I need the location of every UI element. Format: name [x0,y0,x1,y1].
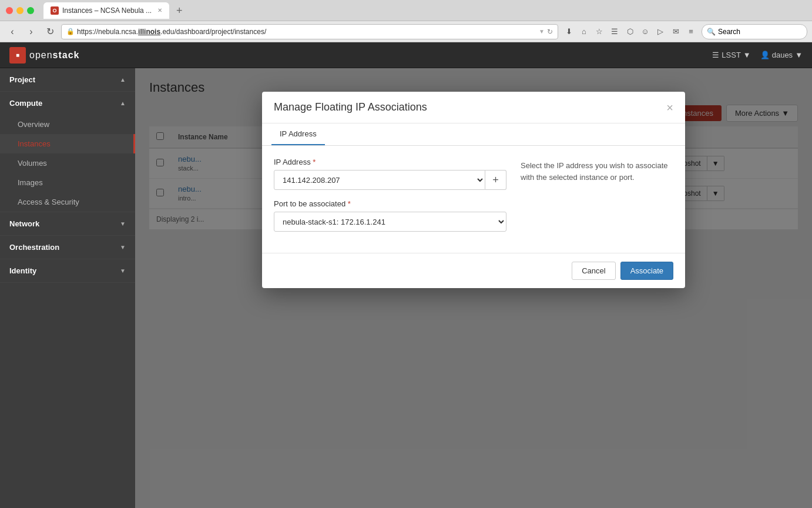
lock-icon: 🔒 [66,28,75,35]
sidebar-item-access-security[interactable]: Access & Security [0,192,135,212]
back-button[interactable]: ‹ [5,24,20,39]
url-dropdown-icon: ▼ [539,28,545,35]
home-icon[interactable]: ⌂ [577,25,591,39]
sidebar-compute-header[interactable]: Compute ▲ [0,92,135,115]
sidebar-orchestration-section: Orchestration ▼ [0,236,135,259]
browser-max-btn[interactable] [27,7,34,14]
emoji-icon[interactable]: ☺ [638,25,652,39]
logo-icon: ■ [9,47,26,63]
browser-nav-icons: ⬇ ⌂ ☆ ☰ ⬡ ☺ ▷ ✉ ≡ [562,25,698,39]
ip-address-add-button-group: + [485,170,506,190]
modal-footer: Cancel Associate [262,253,685,288]
sidebar-network-section: Network ▼ [0,212,135,236]
cancel-button[interactable]: Cancel [572,262,615,280]
share-icon[interactable]: ▷ [653,25,667,39]
sidebar-compute-section: Compute ▲ Overview Instances Volumes Ima… [0,92,135,212]
modal-body: IP Address * 141.142.208.207 + [262,146,685,253]
sidebar-item-volumes[interactable]: Volumes [0,153,135,173]
modal-backdrop: Manage Floating IP Associations × IP Add… [135,68,812,508]
modal-help-text: Select the IP address you wish to associ… [521,160,673,183]
browser-tab[interactable]: O Instances – NCSA Nebula ... ✕ [43,2,169,19]
ip-address-label: IP Address * [274,158,506,166]
tab-close-icon[interactable]: ✕ [157,7,162,14]
openstack-logo: ■ openstack [9,47,80,63]
refresh-button[interactable]: ↻ [42,24,58,39]
chevron-down-icon2: ▼ [120,244,126,250]
modal-form-left: IP Address * 141.142.208.207 + [274,158,506,241]
sidebar-project-section: Project ▲ [0,68,135,92]
browser-search-bar[interactable]: 🔍 Search [702,24,807,39]
url-refresh-icon: ↻ [547,28,553,36]
sidebar-network-header[interactable]: Network ▼ [0,212,135,235]
browser-chrome: O Instances – NCSA Nebula ... ✕ + ‹ › ↻ … [0,0,812,508]
sidebar-orchestration-header[interactable]: Orchestration ▼ [0,236,135,259]
browser-min-btn[interactable] [16,7,24,14]
modal-manage-floating-ip: Manage Floating IP Associations × IP Add… [262,92,685,288]
tab-favicon: O [51,6,59,15]
forward-button[interactable]: › [24,24,39,39]
port-group: Port to be associated * nebula-stack-s1:… [274,199,506,232]
chevron-down-icon: ▼ [120,220,126,227]
browser-navbar: ‹ › ↻ 🔒 https://nebula.ncsa.illinois.edu… [0,21,812,42]
chevron-up-icon2: ▲ [120,100,126,106]
port-select[interactable]: nebula-stack-s1: 172.16.1.241 [274,212,506,232]
modal-form: IP Address * 141.142.208.207 + [262,146,685,253]
port-label: Port to be associated * [274,199,506,208]
bookmark-icon[interactable]: ☆ [592,25,606,39]
associate-button[interactable]: Associate [620,262,673,280]
search-icon: 🔍 [707,28,716,36]
sidebar-item-overview[interactable]: Overview [0,115,135,134]
sidebar-project-header[interactable]: Project ▲ [0,68,135,91]
ip-address-group: IP Address * 141.142.208.207 + [274,158,506,190]
pocket-icon[interactable]: ⬡ [623,25,637,39]
sidebar-item-images[interactable]: Images [0,173,135,192]
ip-address-add-button[interactable]: + [485,170,506,190]
reader-icon[interactable]: ☰ [608,25,622,39]
main-content: Instances Terminate Instances More Actio… [135,68,812,508]
new-tab-button[interactable]: + [176,5,183,16]
topbar-project[interactable]: ☰ LSST ▼ [712,51,750,59]
message-icon[interactable]: ✉ [669,25,683,39]
modal-tab-ip-address[interactable]: IP Address [271,123,325,145]
modal-form-right: Select the IP address you wish to associ… [521,158,673,241]
menu-icon[interactable]: ≡ [684,25,698,39]
app-layout: Project ▲ Compute ▲ Overview Instances [0,68,812,508]
browser-titlebar: O Instances – NCSA Nebula ... ✕ + [0,0,812,21]
ip-address-input-group: 141.142.208.207 + [274,170,506,190]
chevron-down-icon3: ▼ [120,268,126,274]
url-bar[interactable]: 🔒 https://nebula.ncsa.illinois.edu/dashb… [61,24,558,39]
app-topbar: ■ openstack ☰ LSST ▼ 👤 daues ▼ [0,42,812,68]
modal-close-button[interactable]: × [666,102,673,113]
chevron-up-icon: ▲ [120,76,126,83]
modal-tabs: IP Address [262,123,685,146]
search-label: Search [718,28,740,36]
sidebar-identity-header[interactable]: Identity ▼ [0,259,135,282]
sidebar: Project ▲ Compute ▲ Overview Instances [0,68,135,508]
modal-title: Manage Floating IP Associations [274,101,427,113]
ip-address-select[interactable]: 141.142.208.207 [274,170,485,190]
url-text: https://nebula.ncsa.illinois.edu/dashboa… [77,28,536,36]
modal-header: Manage Floating IP Associations × [262,92,685,123]
sidebar-item-instances[interactable]: Instances [0,134,135,153]
browser-window-controls [6,7,34,14]
sidebar-identity-section: Identity ▼ [0,259,135,283]
topbar-user[interactable]: 👤 daues ▼ [760,51,803,59]
browser-close-btn[interactable] [6,7,13,14]
tab-title: Instances – NCSA Nebula ... [62,6,152,15]
logo-text: openstack [29,50,80,61]
download-icon[interactable]: ⬇ [562,25,576,39]
